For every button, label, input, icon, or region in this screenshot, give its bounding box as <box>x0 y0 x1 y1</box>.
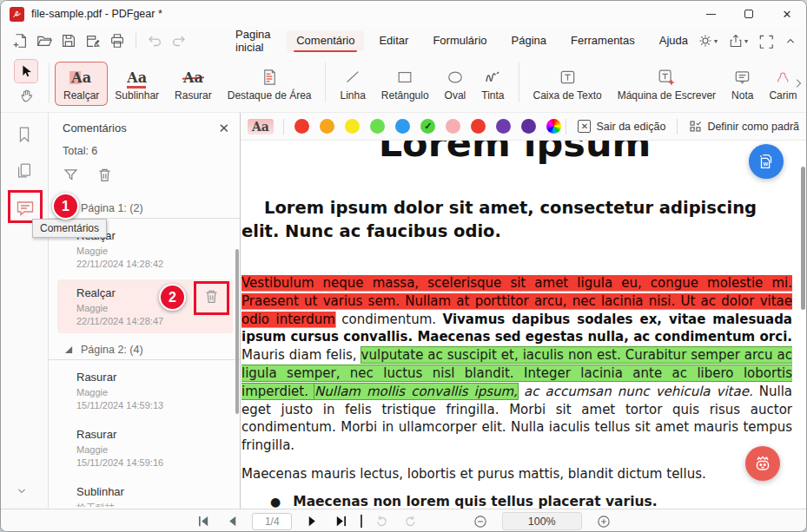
comment-item[interactable]: Rasurar Maggie 15/11/2024 14:59:13 <box>57 364 233 417</box>
color-swatch-5[interactable]: ✓ <box>420 119 435 134</box>
close-button[interactable]: ✕ <box>768 1 806 27</box>
comment-item[interactable]: Sublinhar 抢工科技 <box>57 478 233 509</box>
sidebar-rail <box>1 113 49 509</box>
exit-edit-button[interactable]: ✕ Sair da edição <box>571 117 672 135</box>
new-file-icon[interactable] <box>10 30 30 51</box>
menu-item-comentário[interactable]: Comentário <box>287 30 364 51</box>
color-swatch-6[interactable] <box>446 119 460 134</box>
fullscreen-icon[interactable] <box>758 34 773 49</box>
rotate-right-icon[interactable] <box>402 513 420 530</box>
text-segment-hl-green-italic: Nullam mollis convallis ipsum, <box>314 384 518 399</box>
print-icon[interactable] <box>107 30 128 51</box>
tool-rectangle[interactable]: Retângulo <box>374 62 437 105</box>
tool-ink[interactable]: Tinta <box>473 62 512 105</box>
zoom-in-icon[interactable] <box>595 513 612 530</box>
filter-comments-icon[interactable] <box>63 167 79 187</box>
document-paragraph: Maecenas mauris lectus, lobortis et puru… <box>241 466 792 482</box>
highlight-icon: Aa <box>71 66 91 87</box>
collapse-group-icon <box>65 346 73 354</box>
color-swatch-0[interactable] <box>294 119 309 134</box>
color-swatch-9[interactable] <box>521 119 536 134</box>
document-scrollbar[interactable] <box>801 167 805 310</box>
menu-item-pagina-inicial[interactable]: Pagina inicial <box>226 24 281 58</box>
more-tools-icon[interactable] <box>792 77 804 93</box>
menu-item-ferramentas[interactable]: Ferramentas <box>561 30 645 51</box>
oval-icon <box>446 66 464 87</box>
text-color-sample-icon[interactable]: Aa <box>248 119 274 135</box>
tool-underline[interactable]: Aa Sublinhar <box>107 62 167 105</box>
color-swatch-3[interactable] <box>370 119 385 134</box>
color-swatch-8[interactable] <box>496 119 511 134</box>
comments-total: Total: 6 <box>49 140 240 159</box>
statusbar: 1/4 100% <box>1 509 806 532</box>
menu-item-editar[interactable]: Editar <box>369 30 418 51</box>
minimize-button[interactable] <box>691 1 730 27</box>
previous-page-icon[interactable] <box>223 513 241 530</box>
document-title: Lorem ipsum <box>241 141 789 165</box>
undo-icon[interactable] <box>144 30 165 51</box>
app-window: file-sample.pdf - PDFgear * ✕ Pagina ini… <box>0 0 807 532</box>
share-icon[interactable]: ▾ <box>728 33 748 49</box>
save-icon[interactable] <box>58 30 79 51</box>
collapse-rail-icon[interactable] <box>15 484 29 502</box>
maximize-button[interactable] <box>730 1 768 27</box>
zoom-level-input[interactable]: 100% <box>502 512 582 530</box>
next-page-icon[interactable] <box>303 513 321 530</box>
convert-to-word-button[interactable]: W <box>749 144 784 179</box>
panel-scrollbar[interactable] <box>235 249 239 414</box>
redo-icon[interactable] <box>169 30 189 51</box>
delete-all-comments-icon[interactable] <box>96 167 113 187</box>
color-swatch-4[interactable] <box>395 119 410 134</box>
step2-badge: 2 <box>159 284 186 311</box>
comment-item[interactable]: Rasurar Maggie 15/11/2024 14:59:16 <box>57 421 233 475</box>
hand-tool-icon[interactable] <box>15 84 37 107</box>
rotate-left-icon[interactable] <box>374 513 391 530</box>
bookmark-icon[interactable] <box>15 125 34 148</box>
first-page-icon[interactable] <box>195 513 212 530</box>
save-as-icon[interactable] <box>83 30 103 51</box>
select-cursor-icon[interactable] <box>15 60 37 82</box>
page-thumbnails-icon[interactable] <box>15 161 34 184</box>
zoom-out-icon[interactable] <box>472 513 489 530</box>
menu-item-formulário[interactable]: Formulário <box>423 30 496 51</box>
strikeout-icon: Aa <box>183 66 203 87</box>
ai-assistant-button[interactable] <box>745 446 780 481</box>
step2-highlight-box <box>194 281 229 315</box>
line-icon <box>344 66 361 87</box>
tool-textbox[interactable]: Caixa de Texto <box>526 62 610 105</box>
bullet-icon: ● <box>270 495 281 509</box>
tool-oval[interactable]: Oval <box>437 62 474 105</box>
text-segment-normal: Mauris diam felis, <box>241 347 361 363</box>
page-number-input[interactable]: 1/4 <box>252 513 292 530</box>
collapse-ribbon-icon[interactable] <box>784 34 797 48</box>
menubar: Pagina inicialComentárioEditarFormulário… <box>1 27 806 55</box>
menu-item-página[interactable]: Página <box>502 30 556 51</box>
close-panel-icon[interactable]: ✕ <box>218 122 229 135</box>
svg-text:W: W <box>764 161 769 167</box>
menu-item-ajuda[interactable]: Ajuda <box>650 30 698 51</box>
tool-area-highlight[interactable]: Destaque de Área <box>220 62 320 105</box>
theme-icon[interactable]: ▾ <box>698 33 718 49</box>
tool-highlight[interactable]: Aa Realçar <box>56 62 107 105</box>
last-page-icon[interactable] <box>332 513 349 530</box>
tool-note[interactable]: Nota <box>724 62 761 105</box>
text-segment-italic: ac accumsan nunc vehicula vitae. <box>518 384 753 399</box>
delete-comment-icon[interactable] <box>203 288 220 308</box>
note-icon <box>733 66 751 87</box>
window-title: file-sample.pdf - PDFgear * <box>31 8 162 20</box>
color-swatch-1[interactable] <box>320 119 334 134</box>
ink-icon <box>483 66 502 87</box>
underline-icon: Aa <box>127 66 147 87</box>
tool-line[interactable]: Linha <box>332 62 373 105</box>
document-viewer[interactable]: Lorem ipsum Lorem ipsum dolor sit amet, … <box>241 141 806 509</box>
tool-typewriter[interactable]: Máquina de Escrever <box>610 62 724 105</box>
color-swatch-10[interactable] <box>546 119 561 134</box>
color-swatch-7[interactable] <box>471 119 486 134</box>
main-menu: Pagina inicialComentárioEditarFormulário… <box>226 24 698 58</box>
tool-strikeout[interactable]: Aa Rasurar <box>167 62 220 105</box>
text-segment-normal: condimentum. <box>335 312 443 327</box>
comment-group-header[interactable]: Página 2: (4) <box>49 335 240 360</box>
set-default-button[interactable]: Definir como padrã <box>682 117 806 135</box>
open-file-icon[interactable] <box>34 30 55 51</box>
color-swatch-2[interactable] <box>345 119 360 134</box>
